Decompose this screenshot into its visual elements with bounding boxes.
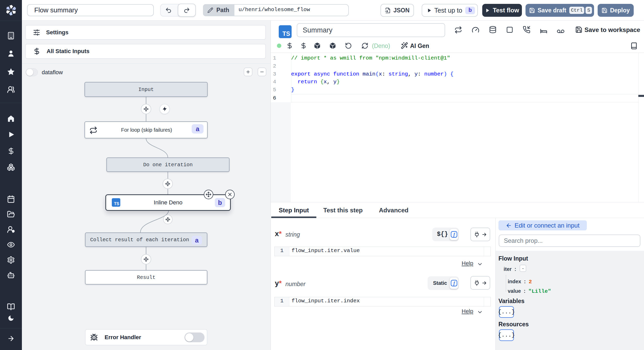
svg-text:f: f — [453, 281, 455, 286]
svg-text:f: f — [453, 232, 455, 237]
